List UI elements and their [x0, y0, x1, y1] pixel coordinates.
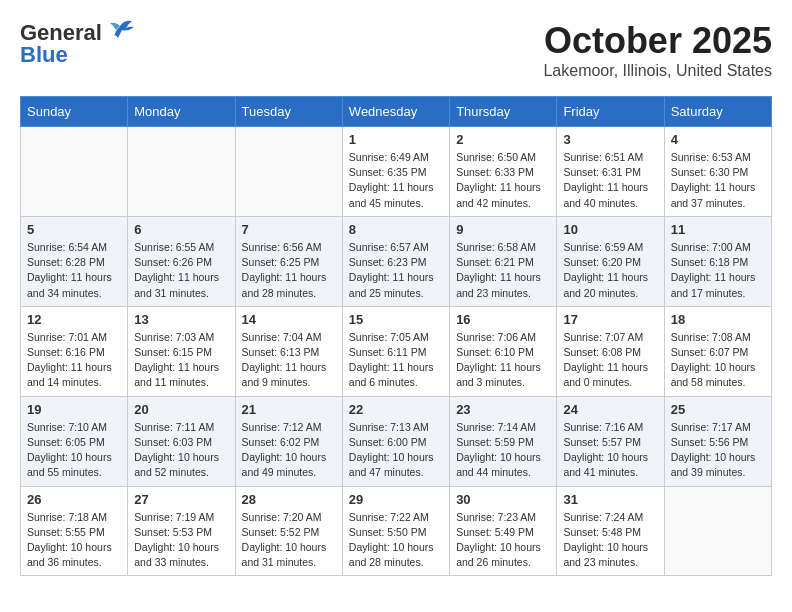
- calendar-cell: 9Sunrise: 6:58 AM Sunset: 6:21 PM Daylig…: [450, 216, 557, 306]
- calendar-week-row: 5Sunrise: 6:54 AM Sunset: 6:28 PM Daylig…: [21, 216, 772, 306]
- day-info: Sunrise: 6:53 AM Sunset: 6:30 PM Dayligh…: [671, 150, 765, 211]
- day-info: Sunrise: 6:58 AM Sunset: 6:21 PM Dayligh…: [456, 240, 550, 301]
- day-info: Sunrise: 7:17 AM Sunset: 5:56 PM Dayligh…: [671, 420, 765, 481]
- day-info: Sunrise: 6:59 AM Sunset: 6:20 PM Dayligh…: [563, 240, 657, 301]
- day-info: Sunrise: 7:00 AM Sunset: 6:18 PM Dayligh…: [671, 240, 765, 301]
- day-number: 23: [456, 402, 550, 417]
- day-number: 16: [456, 312, 550, 327]
- calendar-cell: [664, 486, 771, 576]
- day-number: 27: [134, 492, 228, 507]
- day-info: Sunrise: 6:56 AM Sunset: 6:25 PM Dayligh…: [242, 240, 336, 301]
- calendar-cell: 23Sunrise: 7:14 AM Sunset: 5:59 PM Dayli…: [450, 396, 557, 486]
- day-info: Sunrise: 6:54 AM Sunset: 6:28 PM Dayligh…: [27, 240, 121, 301]
- day-number: 8: [349, 222, 443, 237]
- day-info: Sunrise: 7:07 AM Sunset: 6:08 PM Dayligh…: [563, 330, 657, 391]
- calendar-cell: 29Sunrise: 7:22 AM Sunset: 5:50 PM Dayli…: [342, 486, 449, 576]
- day-number: 4: [671, 132, 765, 147]
- day-number: 7: [242, 222, 336, 237]
- calendar-cell: 28Sunrise: 7:20 AM Sunset: 5:52 PM Dayli…: [235, 486, 342, 576]
- calendar-cell: 21Sunrise: 7:12 AM Sunset: 6:02 PM Dayli…: [235, 396, 342, 486]
- day-number: 18: [671, 312, 765, 327]
- calendar-week-row: 19Sunrise: 7:10 AM Sunset: 6:05 PM Dayli…: [21, 396, 772, 486]
- calendar-cell: 11Sunrise: 7:00 AM Sunset: 6:18 PM Dayli…: [664, 216, 771, 306]
- day-number: 19: [27, 402, 121, 417]
- calendar-week-row: 1Sunrise: 6:49 AM Sunset: 6:35 PM Daylig…: [21, 127, 772, 217]
- calendar-cell: 6Sunrise: 6:55 AM Sunset: 6:26 PM Daylig…: [128, 216, 235, 306]
- calendar-week-row: 26Sunrise: 7:18 AM Sunset: 5:55 PM Dayli…: [21, 486, 772, 576]
- calendar-cell: 4Sunrise: 6:53 AM Sunset: 6:30 PM Daylig…: [664, 127, 771, 217]
- day-info: Sunrise: 6:50 AM Sunset: 6:33 PM Dayligh…: [456, 150, 550, 211]
- day-number: 3: [563, 132, 657, 147]
- day-number: 31: [563, 492, 657, 507]
- calendar-cell: [235, 127, 342, 217]
- day-number: 12: [27, 312, 121, 327]
- day-number: 1: [349, 132, 443, 147]
- day-info: Sunrise: 6:49 AM Sunset: 6:35 PM Dayligh…: [349, 150, 443, 211]
- day-info: Sunrise: 7:14 AM Sunset: 5:59 PM Dayligh…: [456, 420, 550, 481]
- day-number: 15: [349, 312, 443, 327]
- header-thursday: Thursday: [450, 97, 557, 127]
- calendar-cell: 30Sunrise: 7:23 AM Sunset: 5:49 PM Dayli…: [450, 486, 557, 576]
- day-number: 22: [349, 402, 443, 417]
- day-number: 11: [671, 222, 765, 237]
- calendar-cell: 25Sunrise: 7:17 AM Sunset: 5:56 PM Dayli…: [664, 396, 771, 486]
- day-info: Sunrise: 7:04 AM Sunset: 6:13 PM Dayligh…: [242, 330, 336, 391]
- day-info: Sunrise: 7:01 AM Sunset: 6:16 PM Dayligh…: [27, 330, 121, 391]
- day-number: 29: [349, 492, 443, 507]
- calendar-cell: 22Sunrise: 7:13 AM Sunset: 6:00 PM Dayli…: [342, 396, 449, 486]
- calendar-cell: 1Sunrise: 6:49 AM Sunset: 6:35 PM Daylig…: [342, 127, 449, 217]
- logo: General Blue: [20, 20, 134, 68]
- calendar: SundayMondayTuesdayWednesdayThursdayFrid…: [20, 96, 772, 576]
- day-info: Sunrise: 7:11 AM Sunset: 6:03 PM Dayligh…: [134, 420, 228, 481]
- day-number: 17: [563, 312, 657, 327]
- header-wednesday: Wednesday: [342, 97, 449, 127]
- calendar-cell: 8Sunrise: 6:57 AM Sunset: 6:23 PM Daylig…: [342, 216, 449, 306]
- calendar-cell: 13Sunrise: 7:03 AM Sunset: 6:15 PM Dayli…: [128, 306, 235, 396]
- day-info: Sunrise: 7:05 AM Sunset: 6:11 PM Dayligh…: [349, 330, 443, 391]
- calendar-cell: 19Sunrise: 7:10 AM Sunset: 6:05 PM Dayli…: [21, 396, 128, 486]
- calendar-cell: 16Sunrise: 7:06 AM Sunset: 6:10 PM Dayli…: [450, 306, 557, 396]
- calendar-cell: 5Sunrise: 6:54 AM Sunset: 6:28 PM Daylig…: [21, 216, 128, 306]
- calendar-cell: 27Sunrise: 7:19 AM Sunset: 5:53 PM Dayli…: [128, 486, 235, 576]
- header-friday: Friday: [557, 97, 664, 127]
- day-info: Sunrise: 7:22 AM Sunset: 5:50 PM Dayligh…: [349, 510, 443, 571]
- calendar-cell: 17Sunrise: 7:07 AM Sunset: 6:08 PM Dayli…: [557, 306, 664, 396]
- day-number: 25: [671, 402, 765, 417]
- calendar-cell: 26Sunrise: 7:18 AM Sunset: 5:55 PM Dayli…: [21, 486, 128, 576]
- calendar-cell: [21, 127, 128, 217]
- day-number: 28: [242, 492, 336, 507]
- day-info: Sunrise: 6:55 AM Sunset: 6:26 PM Dayligh…: [134, 240, 228, 301]
- calendar-header-row: SundayMondayTuesdayWednesdayThursdayFrid…: [21, 97, 772, 127]
- day-number: 24: [563, 402, 657, 417]
- header-saturday: Saturday: [664, 97, 771, 127]
- day-number: 10: [563, 222, 657, 237]
- page-header: General Blue October 2025 Lakemoor, Illi…: [20, 20, 772, 80]
- day-number: 30: [456, 492, 550, 507]
- month-title: October 2025: [543, 20, 772, 62]
- calendar-cell: 15Sunrise: 7:05 AM Sunset: 6:11 PM Dayli…: [342, 306, 449, 396]
- calendar-cell: 2Sunrise: 6:50 AM Sunset: 6:33 PM Daylig…: [450, 127, 557, 217]
- calendar-cell: 18Sunrise: 7:08 AM Sunset: 6:07 PM Dayli…: [664, 306, 771, 396]
- day-info: Sunrise: 7:13 AM Sunset: 6:00 PM Dayligh…: [349, 420, 443, 481]
- calendar-cell: 3Sunrise: 6:51 AM Sunset: 6:31 PM Daylig…: [557, 127, 664, 217]
- title-block: October 2025 Lakemoor, Illinois, United …: [543, 20, 772, 80]
- day-info: Sunrise: 7:06 AM Sunset: 6:10 PM Dayligh…: [456, 330, 550, 391]
- day-info: Sunrise: 7:20 AM Sunset: 5:52 PM Dayligh…: [242, 510, 336, 571]
- day-number: 5: [27, 222, 121, 237]
- header-monday: Monday: [128, 97, 235, 127]
- location: Lakemoor, Illinois, United States: [543, 62, 772, 80]
- calendar-cell: 7Sunrise: 6:56 AM Sunset: 6:25 PM Daylig…: [235, 216, 342, 306]
- day-number: 20: [134, 402, 228, 417]
- calendar-cell: 12Sunrise: 7:01 AM Sunset: 6:16 PM Dayli…: [21, 306, 128, 396]
- day-info: Sunrise: 7:03 AM Sunset: 6:15 PM Dayligh…: [134, 330, 228, 391]
- day-info: Sunrise: 7:12 AM Sunset: 6:02 PM Dayligh…: [242, 420, 336, 481]
- calendar-cell: 14Sunrise: 7:04 AM Sunset: 6:13 PM Dayli…: [235, 306, 342, 396]
- day-number: 21: [242, 402, 336, 417]
- calendar-cell: [128, 127, 235, 217]
- calendar-cell: 10Sunrise: 6:59 AM Sunset: 6:20 PM Dayli…: [557, 216, 664, 306]
- calendar-week-row: 12Sunrise: 7:01 AM Sunset: 6:16 PM Dayli…: [21, 306, 772, 396]
- day-number: 14: [242, 312, 336, 327]
- day-number: 2: [456, 132, 550, 147]
- day-number: 6: [134, 222, 228, 237]
- day-info: Sunrise: 7:19 AM Sunset: 5:53 PM Dayligh…: [134, 510, 228, 571]
